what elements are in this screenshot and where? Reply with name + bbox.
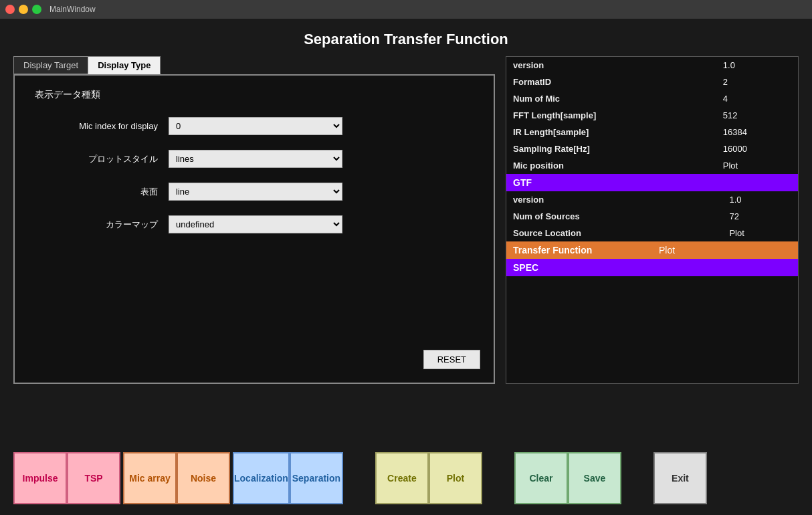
gtf-row-sources: Num of Sources 72	[506, 208, 798, 225]
info-row-ir: IR Length[sample] 16384	[506, 124, 798, 140]
micarray-button[interactable]: Mic array	[123, 452, 177, 504]
separation-button[interactable]: Separation	[290, 452, 343, 504]
info-key: version	[506, 57, 716, 74]
noise-button[interactable]: Noise	[177, 452, 230, 504]
btn-group-3: Localization Separation	[233, 452, 343, 504]
localization-button[interactable]: Localization	[233, 452, 290, 504]
gtf-table: version 1.0 Num of Sources 72 Source Loc…	[506, 191, 798, 241]
info-scroll[interactable]: version 1.0 FormatID 2 Num of Mic 4 FFT …	[506, 57, 798, 383]
select-plot-style[interactable]: lines points linespoints	[169, 150, 342, 168]
panel-content: 表示データ種類 Mic index for display 0 1 2 3 プロ…	[13, 74, 495, 384]
btn-group-5: Clear Save	[514, 452, 621, 504]
save-button[interactable]: Save	[568, 452, 621, 504]
info-value: Plot	[722, 225, 798, 241]
form-row-plot-style: プロットスタイル lines points linespoints	[35, 150, 474, 168]
info-value: 72	[722, 208, 798, 225]
select-colormap[interactable]: undefined jet hot cool	[169, 215, 342, 233]
info-table: version 1.0 FormatID 2 Num of Mic 4 FFT …	[506, 57, 798, 174]
spec-header-value-bottom	[652, 259, 798, 276]
info-row-sampling: Sampling Rate[Hz] 16000	[506, 140, 798, 157]
label-mic-index: Mic index for display	[35, 121, 169, 131]
info-key: Num of Mic	[506, 90, 716, 107]
section-title: 表示データ種類	[35, 89, 474, 101]
gtf-row-location: Source Location Plot	[506, 225, 798, 241]
tf-header-label: Transfer Function	[506, 241, 652, 259]
reset-button[interactable]: RESET	[423, 350, 480, 369]
gtf-row-version: version 1.0	[506, 191, 798, 208]
form-row-colormap: カラーマップ undefined jet hot cool	[35, 215, 474, 233]
info-value: 512	[716, 107, 798, 124]
info-value: 2	[716, 74, 798, 90]
tab-display-type[interactable]: Display Type	[88, 56, 161, 74]
info-value: Plot	[716, 157, 798, 174]
gtf-header-row: GTF	[506, 174, 798, 191]
close-button[interactable]	[5, 5, 15, 14]
info-key: Sampling Rate[Hz]	[506, 140, 716, 157]
window-title: MainWindow	[49, 5, 96, 14]
info-row-fft: FFT Length[sample] 512	[506, 107, 798, 124]
info-key: FFT Length[sample]	[506, 107, 716, 124]
create-button[interactable]: Create	[375, 452, 429, 504]
info-value: 4	[716, 90, 798, 107]
select-surface[interactable]: line surface	[169, 183, 342, 201]
btn-group-4: Create Plot	[375, 452, 482, 504]
tsp-button[interactable]: TSP	[67, 452, 120, 504]
page-title: Separation Transfer Function	[0, 19, 812, 56]
plot-button[interactable]: Plot	[429, 452, 482, 504]
tf-header-row: Transfer Function Plot	[506, 241, 798, 259]
label-colormap: カラーマップ	[35, 219, 169, 231]
info-row-num-mic: Num of Mic 4	[506, 90, 798, 107]
tab-bar: Display Target Display Type	[13, 56, 495, 74]
btn-group-1: Impulse TSP	[13, 452, 120, 504]
left-panel: Display Target Display Type 表示データ種類 Mic …	[13, 56, 495, 384]
info-value: 1.0	[722, 191, 798, 208]
info-key: IR Length[sample]	[506, 124, 716, 140]
minimize-button[interactable]	[19, 5, 28, 14]
exit-button[interactable]: Exit	[653, 452, 707, 504]
btn-group-6: Exit	[653, 452, 707, 504]
info-row-version1: version 1.0	[506, 57, 798, 74]
maximize-button[interactable]	[32, 5, 41, 14]
info-key: Num of Sources	[506, 208, 722, 225]
toolbar: Impulse TSP Mic array Noise Localization…	[0, 441, 812, 515]
gtf-header-value	[652, 174, 798, 191]
spec-header-label-bottom: SPEC	[506, 259, 652, 276]
info-key: version	[506, 191, 722, 208]
right-panel: version 1.0 FormatID 2 Num of Mic 4 FFT …	[506, 56, 799, 384]
clear-button[interactable]: Clear	[514, 452, 568, 504]
info-row-formatid: FormatID 2	[506, 74, 798, 90]
info-key: FormatID	[506, 74, 716, 90]
tab-display-target[interactable]: Display Target	[13, 56, 88, 74]
info-row-mic-position: Mic position Plot	[506, 157, 798, 174]
label-plot-style: プロットスタイル	[35, 153, 169, 165]
info-key: Mic position	[506, 157, 716, 174]
select-mic-index[interactable]: 0 1 2 3	[169, 117, 342, 135]
info-value: 16384	[716, 124, 798, 140]
content-area: Display Target Display Type 表示データ種類 Mic …	[0, 56, 812, 384]
info-key: Source Location	[506, 225, 722, 241]
label-surface: 表面	[35, 186, 169, 198]
info-value: 16000	[716, 140, 798, 157]
form-row-surface: 表面 line surface	[35, 183, 474, 201]
impulse-button[interactable]: Impulse	[13, 452, 67, 504]
tf-header-value: Plot	[652, 241, 798, 259]
btn-group-2: Mic array Noise	[123, 452, 230, 504]
gtf-header-label: GTF	[506, 174, 652, 191]
title-bar: MainWindow	[0, 0, 812, 19]
info-value: 1.0	[716, 57, 798, 74]
spec-header-row-bottom: SPEC	[506, 259, 798, 276]
form-row-mic-index: Mic index for display 0 1 2 3	[35, 117, 474, 135]
